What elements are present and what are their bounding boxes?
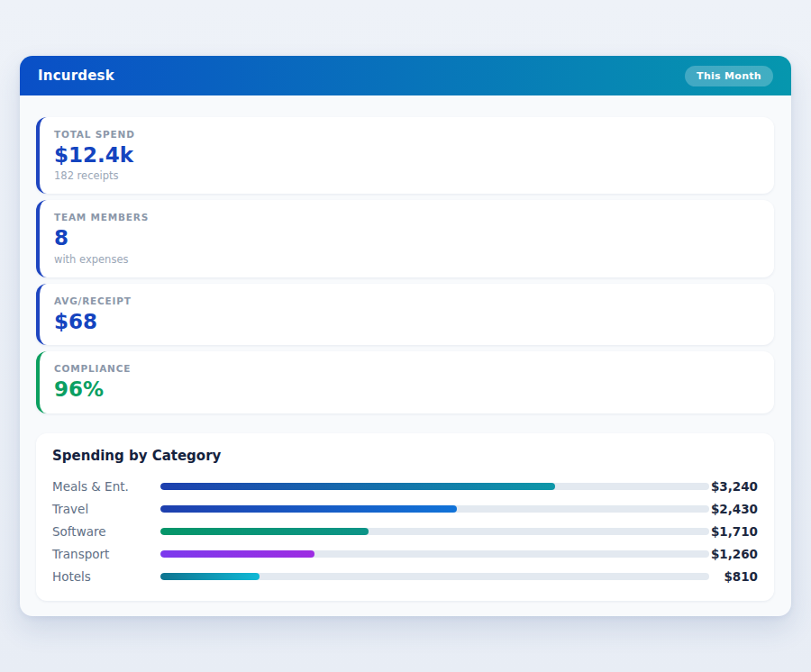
bar-track	[160, 550, 709, 558]
bar-track	[160, 505, 709, 513]
stat-card-team-members: TEAM MEMBERS 8 with expenses	[36, 200, 774, 277]
bar-fill	[160, 505, 457, 513]
category-label: Travel	[52, 502, 160, 516]
category-value: $1,260	[709, 547, 758, 561]
stat-card-total-spend: TOTAL SPEND $12.4k 182 receipts	[36, 117, 774, 194]
category-value: $1,710	[709, 524, 758, 539]
category-row-software: Software $1,710	[52, 521, 758, 543]
category-value: $2,430	[709, 502, 758, 516]
stat-subtext: with expenses	[54, 253, 760, 266]
panel-title: Spending by Category	[52, 448, 758, 464]
category-value: $3,240	[709, 479, 758, 494]
stat-label: AVG/RECEIPT	[54, 295, 760, 306]
dashboard-content: TOTAL SPEND $12.4k 182 receipts TEAM MEM…	[20, 95, 791, 601]
bar-fill	[160, 550, 314, 558]
category-row-travel: Travel $2,430	[52, 498, 758, 521]
stat-label: TEAM MEMBERS	[54, 212, 760, 222]
bar-track	[160, 483, 709, 490]
app-title: Incurdesk	[38, 68, 114, 84]
category-label: Meals & Ent.	[52, 479, 160, 494]
category-row-transport: Transport $1,260	[52, 543, 758, 566]
category-label: Transport	[52, 547, 160, 561]
stat-value: $12.4k	[54, 143, 760, 167]
period-badge[interactable]: This Month	[685, 66, 773, 86]
bar-track	[160, 573, 709, 580]
stat-card-avg-receipt: AVG/RECEIPT $68	[36, 284, 774, 345]
stat-label: TOTAL SPEND	[54, 129, 760, 140]
bar-fill	[160, 573, 260, 580]
bar-fill	[160, 528, 369, 535]
category-row-hotels: Hotels $810	[52, 566, 758, 588]
bar-fill	[160, 483, 555, 490]
category-row-meals: Meals & Ent. $3,240	[52, 476, 758, 498]
stat-value: 96%	[54, 377, 760, 401]
category-value: $810	[709, 569, 758, 584]
stat-label: COMPLIANCE	[54, 363, 760, 374]
category-label: Software	[52, 524, 160, 539]
stat-value: 8	[54, 226, 760, 250]
spending-by-category-panel: Spending by Category Meals & Ent. $3,240…	[36, 433, 774, 601]
stat-value: $68	[54, 310, 760, 333]
stat-subtext: 182 receipts	[54, 169, 760, 182]
category-label: Hotels	[52, 569, 160, 584]
page-background: Incurdesk This Month TOTAL SPEND $12.4k …	[0, 0, 811, 672]
app-header: Incurdesk This Month	[20, 56, 791, 95]
bar-track	[160, 528, 709, 535]
dashboard-card: Incurdesk This Month TOTAL SPEND $12.4k …	[20, 56, 791, 616]
stat-card-compliance: COMPLIANCE 96%	[36, 351, 774, 413]
